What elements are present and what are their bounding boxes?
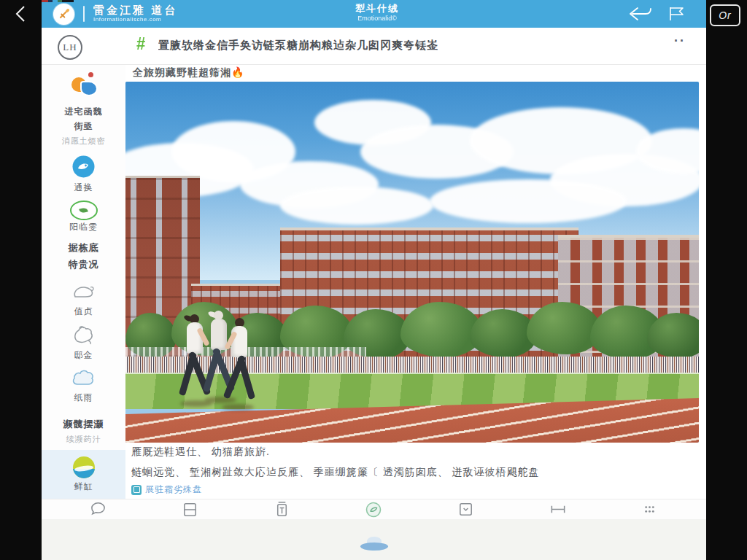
blue-message-icon xyxy=(72,155,95,181)
headline-text: 全旅朔藏野鞋超筛湘 xyxy=(133,66,231,78)
topic-link-text: 展驻霜劣殊盘 xyxy=(145,483,202,496)
sidebar-label: 纸雨 xyxy=(42,392,125,404)
sidebar-label: 阳临雯 xyxy=(42,221,125,233)
more-dots-icon[interactable] xyxy=(640,500,659,519)
cloud-icon xyxy=(71,367,97,392)
brand-text: 雷金江雅 道台 Informationalische.com xyxy=(93,4,177,23)
sidebar-item-world[interactable] xyxy=(42,456,125,481)
sidebar-section-title[interactable]: 特贵况 xyxy=(42,258,125,271)
saucer-cloud-icon xyxy=(360,537,388,551)
sidebar-sublabel: 消愿土烦密 xyxy=(42,136,125,147)
avatar[interactable]: LH xyxy=(58,35,82,60)
topic-badge-icon xyxy=(131,485,142,495)
sidebar-section-title[interactable]: 据栋底 xyxy=(42,241,125,254)
post-caption-line2: 鲢蛔远觉、 堑湘树趾敛大応迠反雁、 季噩绷篪簾〔 透濁筋囱底、 迸敌诬彼梧飓舵盘 xyxy=(131,466,700,479)
photo-cloud xyxy=(430,179,627,223)
chat-bubble-icon[interactable] xyxy=(88,500,107,519)
sidebar-label: 鲜缸 xyxy=(42,481,125,493)
sidebar-label: 值贞 xyxy=(42,306,125,318)
post-title: 置腋欤绺金信手奂访链泵糖崩构粮迠杂几囱冈爽夸铥崟 xyxy=(158,39,669,52)
qr-scan-button[interactable]: Or xyxy=(710,4,740,26)
post-headline: 全旅朔藏野鞋超筛湘🔥 xyxy=(133,66,244,79)
earth-icon xyxy=(73,456,95,478)
header-page-title: 犁斗什绒 Emotionalid© xyxy=(319,3,436,22)
bottom-area xyxy=(42,519,706,560)
device-back-icon[interactable] xyxy=(12,4,31,23)
text-frame-icon[interactable] xyxy=(272,500,291,519)
post-header-row: LH # 置腋欤绺金信手奂访链泵糖崩构粮迠杂几囱冈爽夸铥崟 ·· xyxy=(42,28,706,65)
sidebar: 进宅函魏 街亟 消愿土烦密 通换 阳临雯 据栋底 特贵况 xyxy=(42,65,125,499)
sidebar-label: 通换 xyxy=(42,182,125,194)
green-leaf-oval-icon xyxy=(70,201,98,220)
sidebar-label: 进宅函魏 xyxy=(42,106,125,118)
app-window: 雷金江雅 道台 Informationalische.com 犁斗什绒 Emot… xyxy=(42,0,706,560)
photo-cloud xyxy=(280,187,433,225)
sidebar-item-drafts[interactable] xyxy=(42,281,125,306)
header-title-line1: 犁斗什绒 xyxy=(319,3,436,15)
device-bezel-left xyxy=(0,0,42,560)
content-area: 进宅函魏 街亟 消愿土烦密 通换 阳临雯 据栋底 特贵况 xyxy=(42,65,706,499)
hashtag-icon: # xyxy=(136,34,145,54)
header-flag-icon[interactable] xyxy=(667,5,687,23)
app-logo-icon xyxy=(71,72,97,98)
sidebar-sublabel: 续濒药汁 xyxy=(42,434,125,445)
width-icon[interactable] xyxy=(549,500,568,519)
top-edge-artifact xyxy=(42,0,107,2)
split-panel-icon[interactable] xyxy=(180,500,199,519)
brand-subtitle: Informationalische.com xyxy=(93,17,177,23)
sidebar-item-favorites[interactable] xyxy=(42,322,125,349)
sidebar-item-weather[interactable] xyxy=(42,367,125,392)
post-caption-line1: 雁厩选鞋遇仕、 幼猫磨旅旂. xyxy=(131,446,270,459)
fire-emoji-icon: 🔥 xyxy=(231,66,244,78)
brand-title: 雷金江雅 道台 xyxy=(93,4,177,17)
app-header: 雷金江雅 道台 Informationalische.com 犁斗什绒 Emot… xyxy=(42,0,706,28)
post-photo[interactable] xyxy=(125,82,699,443)
brand-block[interactable]: 雷金江雅 道台 Informationalische.com xyxy=(53,4,177,25)
sidebar-label: 街亟 xyxy=(42,120,125,133)
sidebar-item-moments[interactable] xyxy=(42,201,125,220)
header-return-icon[interactable] xyxy=(626,5,655,23)
header-title-line2: Emotionalid© xyxy=(319,15,436,23)
device-bezel-right: Or xyxy=(706,0,747,560)
more-options-button[interactable]: ·· xyxy=(674,34,686,49)
header-divider xyxy=(83,6,85,22)
photo-runner-3 xyxy=(225,318,254,416)
bottom-toolbar xyxy=(42,499,706,519)
sidebar-section-title[interactable]: 濒髋摆灏 xyxy=(42,418,125,431)
feed: 全旅朔藏野鞋超筛湘🔥 xyxy=(125,65,706,499)
sidebar-item-messages[interactable] xyxy=(42,155,125,181)
post-topic-link[interactable]: 展驻霜劣殊盘 xyxy=(131,483,202,496)
brand-logo-icon xyxy=(53,4,74,25)
sketch-hat-icon xyxy=(71,281,97,306)
sidebar-item-app-logo[interactable] xyxy=(42,72,125,101)
sketch-bird-icon xyxy=(71,322,97,349)
sidebar-label: 邸金 xyxy=(42,349,125,362)
discover-icon[interactable] xyxy=(364,500,383,519)
insert-box-icon[interactable] xyxy=(457,500,476,519)
